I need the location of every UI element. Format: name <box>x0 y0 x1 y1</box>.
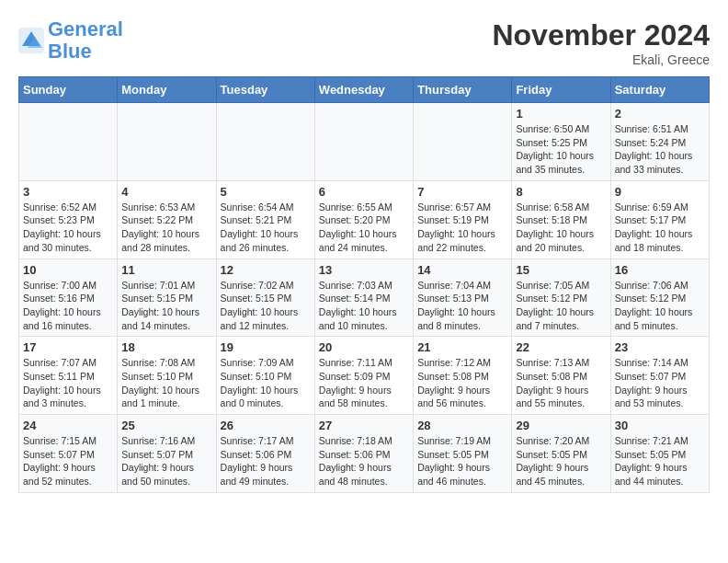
day-info: Sunrise: 6:58 AM Sunset: 5:18 PM Dayligh… <box>516 201 606 255</box>
day-number: 1 <box>516 107 606 121</box>
day-info: Sunrise: 7:06 AM Sunset: 5:12 PM Dayligh… <box>615 279 705 333</box>
day-number: 23 <box>615 340 705 354</box>
day-info: Sunrise: 6:57 AM Sunset: 5:19 PM Dayligh… <box>417 201 507 255</box>
logo-line2: Blue <box>48 40 92 63</box>
day-number: 6 <box>319 185 409 199</box>
day-number: 20 <box>319 340 409 354</box>
calendar-cell: 15Sunrise: 7:05 AM Sunset: 5:12 PM Dayli… <box>512 259 610 337</box>
calendar-cell <box>414 103 512 181</box>
day-number: 26 <box>221 419 311 432</box>
day-number: 7 <box>417 185 507 199</box>
day-info: Sunrise: 7:20 AM Sunset: 5:05 PM Dayligh… <box>516 434 606 488</box>
day-number: 21 <box>417 340 507 354</box>
calendar-cell: 11Sunrise: 7:01 AM Sunset: 5:15 PM Dayli… <box>118 259 216 337</box>
page-header: General Blue November 2024 Ekali, Greece <box>18 18 710 67</box>
day-info: Sunrise: 7:16 AM Sunset: 5:07 PM Dayligh… <box>121 434 211 488</box>
title-block: November 2024 Ekali, Greece <box>492 18 710 67</box>
calendar-cell <box>216 103 314 181</box>
logo-icon <box>18 28 44 53</box>
day-info: Sunrise: 6:54 AM Sunset: 5:21 PM Dayligh… <box>221 201 311 255</box>
calendar-cell: 27Sunrise: 7:18 AM Sunset: 5:06 PM Dayli… <box>314 415 413 493</box>
day-info: Sunrise: 6:52 AM Sunset: 5:23 PM Dayligh… <box>23 201 113 255</box>
calendar-cell: 4Sunrise: 6:53 AM Sunset: 5:22 PM Daylig… <box>118 180 216 259</box>
calendar-cell: 9Sunrise: 6:59 AM Sunset: 5:17 PM Daylig… <box>610 180 709 259</box>
location: Ekali, Greece <box>492 52 710 67</box>
calendar-cell: 17Sunrise: 7:07 AM Sunset: 5:11 PM Dayli… <box>19 337 118 415</box>
day-info: Sunrise: 6:51 AM Sunset: 5:24 PM Dayligh… <box>615 122 705 177</box>
logo-line1: General <box>48 17 123 40</box>
calendar-cell: 1Sunrise: 6:50 AM Sunset: 5:25 PM Daylig… <box>512 103 610 181</box>
day-number: 27 <box>319 419 409 432</box>
weekday-header-monday: Monday <box>118 77 216 103</box>
day-info: Sunrise: 7:17 AM Sunset: 5:06 PM Dayligh… <box>221 434 311 488</box>
day-info: Sunrise: 7:14 AM Sunset: 5:07 PM Dayligh… <box>615 356 705 410</box>
day-number: 11 <box>121 263 211 277</box>
calendar-cell: 2Sunrise: 6:51 AM Sunset: 5:24 PM Daylig… <box>610 103 709 181</box>
calendar-week-4: 17Sunrise: 7:07 AM Sunset: 5:11 PM Dayli… <box>19 337 710 415</box>
day-info: Sunrise: 6:53 AM Sunset: 5:22 PM Dayligh… <box>121 201 211 255</box>
day-number: 12 <box>221 263 311 277</box>
day-info: Sunrise: 7:13 AM Sunset: 5:08 PM Dayligh… <box>516 356 606 410</box>
calendar-cell: 5Sunrise: 6:54 AM Sunset: 5:21 PM Daylig… <box>216 180 314 259</box>
day-number: 22 <box>516 340 606 354</box>
calendar-cell: 25Sunrise: 7:16 AM Sunset: 5:07 PM Dayli… <box>118 415 216 493</box>
day-number: 16 <box>615 263 705 277</box>
day-info: Sunrise: 7:19 AM Sunset: 5:05 PM Dayligh… <box>417 434 507 488</box>
day-number: 5 <box>221 185 311 199</box>
day-info: Sunrise: 7:04 AM Sunset: 5:13 PM Dayligh… <box>417 279 507 333</box>
day-info: Sunrise: 7:12 AM Sunset: 5:08 PM Dayligh… <box>417 356 507 410</box>
calendar-cell: 19Sunrise: 7:09 AM Sunset: 5:10 PM Dayli… <box>216 337 314 415</box>
calendar-cell: 21Sunrise: 7:12 AM Sunset: 5:08 PM Dayli… <box>414 337 512 415</box>
calendar-cell: 20Sunrise: 7:11 AM Sunset: 5:09 PM Dayli… <box>314 337 413 415</box>
day-number: 9 <box>615 185 705 199</box>
calendar-cell: 6Sunrise: 6:55 AM Sunset: 5:20 PM Daylig… <box>314 180 413 259</box>
weekday-header-sunday: Sunday <box>19 77 118 103</box>
calendar-cell: 22Sunrise: 7:13 AM Sunset: 5:08 PM Dayli… <box>512 337 610 415</box>
day-number: 17 <box>23 340 113 354</box>
calendar-cell: 30Sunrise: 7:21 AM Sunset: 5:05 PM Dayli… <box>610 415 709 493</box>
day-number: 19 <box>221 340 311 354</box>
day-number: 10 <box>23 263 113 277</box>
calendar-cell: 18Sunrise: 7:08 AM Sunset: 5:10 PM Dayli… <box>118 337 216 415</box>
day-info: Sunrise: 7:18 AM Sunset: 5:06 PM Dayligh… <box>319 434 409 488</box>
calendar-cell <box>314 103 413 181</box>
day-info: Sunrise: 6:59 AM Sunset: 5:17 PM Dayligh… <box>615 201 705 255</box>
day-info: Sunrise: 7:15 AM Sunset: 5:07 PM Dayligh… <box>23 434 113 488</box>
calendar-week-5: 24Sunrise: 7:15 AM Sunset: 5:07 PM Dayli… <box>19 415 710 493</box>
calendar-cell: 7Sunrise: 6:57 AM Sunset: 5:19 PM Daylig… <box>414 180 512 259</box>
month-title: November 2024 <box>492 18 710 52</box>
calendar-cell <box>118 103 216 181</box>
day-number: 29 <box>516 419 606 432</box>
day-number: 3 <box>23 185 113 199</box>
calendar-cell: 16Sunrise: 7:06 AM Sunset: 5:12 PM Dayli… <box>610 259 709 337</box>
logo: General Blue <box>18 18 123 63</box>
weekday-header-wednesday: Wednesday <box>314 77 413 103</box>
calendar-cell: 29Sunrise: 7:20 AM Sunset: 5:05 PM Dayli… <box>512 415 610 493</box>
calendar-cell: 13Sunrise: 7:03 AM Sunset: 5:14 PM Dayli… <box>314 259 413 337</box>
day-number: 24 <box>23 419 113 432</box>
day-info: Sunrise: 6:55 AM Sunset: 5:20 PM Dayligh… <box>319 201 409 255</box>
day-info: Sunrise: 7:01 AM Sunset: 5:15 PM Dayligh… <box>121 279 211 333</box>
day-info: Sunrise: 7:08 AM Sunset: 5:10 PM Dayligh… <box>121 356 211 410</box>
weekday-header-friday: Friday <box>512 77 610 103</box>
day-info: Sunrise: 7:03 AM Sunset: 5:14 PM Dayligh… <box>319 279 409 333</box>
calendar-week-2: 3Sunrise: 6:52 AM Sunset: 5:23 PM Daylig… <box>19 180 710 259</box>
logo-text: General Blue <box>48 18 123 63</box>
calendar-week-1: 1Sunrise: 6:50 AM Sunset: 5:25 PM Daylig… <box>19 103 710 181</box>
calendar-cell <box>19 103 118 181</box>
calendar-cell: 12Sunrise: 7:02 AM Sunset: 5:15 PM Dayli… <box>216 259 314 337</box>
calendar-cell: 14Sunrise: 7:04 AM Sunset: 5:13 PM Dayli… <box>414 259 512 337</box>
day-number: 4 <box>121 185 211 199</box>
calendar-table: SundayMondayTuesdayWednesdayThursdayFrid… <box>18 76 710 493</box>
day-number: 15 <box>516 263 606 277</box>
calendar-cell: 26Sunrise: 7:17 AM Sunset: 5:06 PM Dayli… <box>216 415 314 493</box>
weekday-header-row: SundayMondayTuesdayWednesdayThursdayFrid… <box>19 77 710 103</box>
calendar-cell: 24Sunrise: 7:15 AM Sunset: 5:07 PM Dayli… <box>19 415 118 493</box>
calendar-week-3: 10Sunrise: 7:00 AM Sunset: 5:16 PM Dayli… <box>19 259 710 337</box>
calendar-cell: 28Sunrise: 7:19 AM Sunset: 5:05 PM Dayli… <box>414 415 512 493</box>
day-number: 14 <box>417 263 507 277</box>
day-info: Sunrise: 6:50 AM Sunset: 5:25 PM Dayligh… <box>516 122 606 177</box>
day-number: 25 <box>121 419 211 432</box>
weekday-header-saturday: Saturday <box>610 77 709 103</box>
day-number: 30 <box>615 419 705 432</box>
